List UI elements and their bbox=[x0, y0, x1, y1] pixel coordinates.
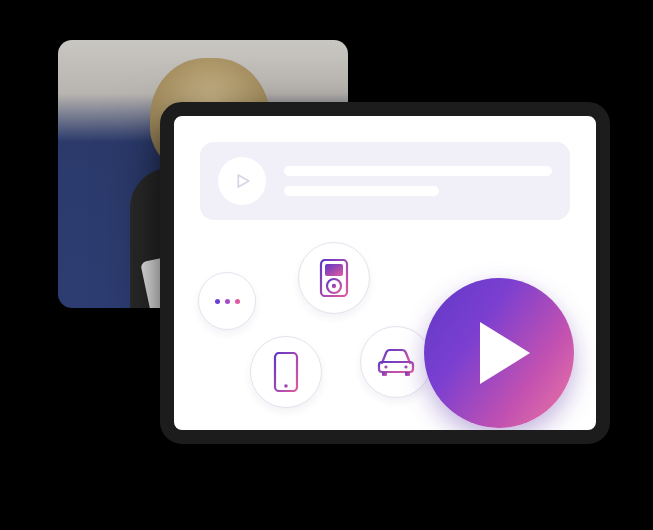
device-row bbox=[200, 244, 570, 420]
car-icon bbox=[376, 347, 416, 377]
play-icon bbox=[474, 320, 534, 386]
ipod-icon bbox=[319, 259, 349, 297]
tablet-screen bbox=[174, 116, 596, 430]
play-button[interactable] bbox=[424, 278, 574, 428]
svg-point-10 bbox=[404, 365, 407, 368]
mini-play-button[interactable] bbox=[218, 157, 266, 205]
svg-rect-8 bbox=[405, 372, 410, 376]
player-bar[interactable] bbox=[200, 142, 570, 220]
track-title-placeholder bbox=[284, 166, 552, 176]
track-subtitle-placeholder bbox=[284, 186, 439, 196]
svg-point-5 bbox=[284, 384, 288, 388]
phone-icon bbox=[273, 352, 299, 392]
more-icon bbox=[215, 299, 240, 304]
more-devices-button[interactable] bbox=[198, 272, 256, 330]
svg-point-9 bbox=[384, 365, 387, 368]
tablet-mockup bbox=[160, 102, 610, 444]
device-car[interactable] bbox=[360, 326, 432, 398]
device-ipod[interactable] bbox=[298, 242, 370, 314]
svg-point-3 bbox=[332, 284, 336, 288]
track-lines bbox=[284, 166, 552, 196]
play-icon bbox=[233, 172, 251, 190]
svg-rect-6 bbox=[379, 362, 413, 372]
svg-rect-7 bbox=[382, 372, 387, 376]
device-phone[interactable] bbox=[250, 336, 322, 408]
svg-rect-1 bbox=[325, 264, 343, 276]
